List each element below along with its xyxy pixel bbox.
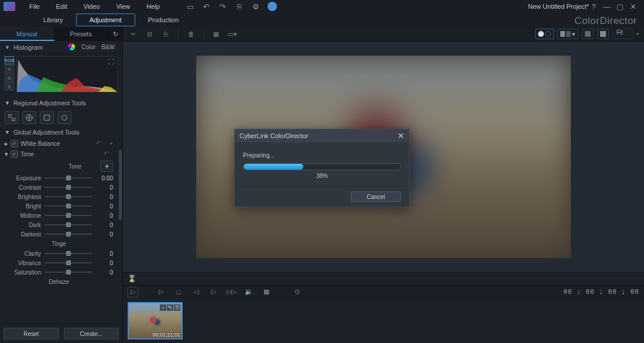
progress-percent: 38% bbox=[243, 173, 401, 179]
dialog-close-button[interactable]: ✕ bbox=[398, 131, 405, 140]
progress-bar bbox=[243, 163, 401, 170]
dialog-title: CyberLink ColorDirector bbox=[239, 132, 308, 139]
progress-dialog: CyberLink ColorDirector ✕ Preparing... 3… bbox=[234, 129, 410, 207]
cancel-button[interactable]: Cancel bbox=[351, 191, 401, 202]
dialog-status-label: Preparing... bbox=[243, 152, 401, 159]
